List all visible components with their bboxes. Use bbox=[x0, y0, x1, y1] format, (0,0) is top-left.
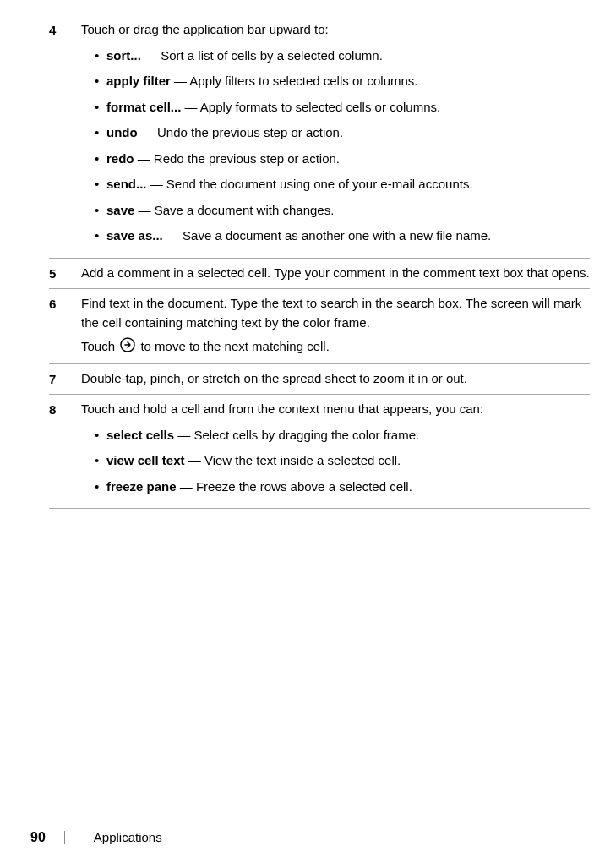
term-desc: — Apply formats to selected cells or col… bbox=[181, 100, 440, 114]
term-desc: — Select cells by dragging the color fra… bbox=[174, 428, 419, 442]
term-desc: — Save a document as another one with a … bbox=[163, 228, 492, 243]
list-item: save as... — Save a document as another … bbox=[96, 227, 590, 246]
step-body: Add a comment in a selected cell. Type y… bbox=[81, 264, 590, 284]
term: format cell... bbox=[106, 100, 181, 114]
section-title: Applications bbox=[94, 828, 162, 848]
step-number: 7 bbox=[49, 369, 81, 390]
list-item: save — Save a document with changes. bbox=[96, 201, 590, 221]
step-text-a: Find text in the document. Type the text… bbox=[81, 294, 590, 332]
list-item: redo — Redo the previous step or action. bbox=[96, 150, 590, 169]
term-desc: — Send the document using one of your e-… bbox=[147, 177, 473, 191]
step-body: Double-tap, pinch, or stretch on the spr… bbox=[81, 369, 590, 390]
term: redo bbox=[106, 151, 134, 166]
term: freeze pane bbox=[106, 479, 177, 494]
text-post: to move to the next matching cell. bbox=[140, 339, 329, 353]
list-item: select cells — Select cells by dragging … bbox=[96, 426, 590, 445]
step-body: Touch and hold a cell and from the conte… bbox=[81, 400, 590, 503]
page-number: 90 bbox=[30, 827, 46, 848]
term-desc: — Redo the previous step or action. bbox=[134, 151, 340, 166]
instruction-row-4: 4 Touch or drag the application bar upwa… bbox=[49, 15, 590, 259]
list-item: format cell... — Apply formats to select… bbox=[96, 98, 590, 117]
text-pre: Touch bbox=[81, 339, 118, 353]
term: select cells bbox=[106, 428, 174, 442]
step-number: 6 bbox=[49, 294, 81, 358]
next-arrow-icon bbox=[120, 337, 135, 358]
instruction-row-5: 5 Add a comment in a selected cell. Type… bbox=[49, 259, 590, 290]
step-text: Add a comment in a selected cell. Type y… bbox=[81, 265, 590, 280]
bullet-list: select cells — Select cells by dragging … bbox=[81, 426, 590, 497]
term: sort... bbox=[106, 48, 141, 63]
step-body: Find text in the document. Type the text… bbox=[81, 294, 590, 358]
footer-divider bbox=[64, 831, 65, 844]
step-intro: Touch or drag the application bar upward… bbox=[81, 20, 590, 40]
term-desc: — Freeze the rows above a selected cell. bbox=[177, 479, 412, 494]
step-intro: Touch and hold a cell and from the conte… bbox=[81, 400, 590, 419]
list-item: send... — Send the document using one of… bbox=[96, 175, 590, 194]
term: save bbox=[106, 203, 134, 217]
step-number: 4 bbox=[49, 20, 81, 253]
list-item: freeze pane — Freeze the rows above a se… bbox=[96, 478, 590, 497]
bullet-list: sort... — Sort a list of cells by a sele… bbox=[81, 46, 590, 246]
step-body: Touch or drag the application bar upward… bbox=[81, 20, 590, 253]
list-item: sort... — Sort a list of cells by a sele… bbox=[96, 46, 590, 66]
term: view cell text bbox=[106, 453, 185, 467]
term-desc: — Save a document with changes. bbox=[134, 203, 334, 217]
term: send... bbox=[106, 177, 147, 191]
instruction-row-6: 6 Find text in the document. Type the te… bbox=[49, 289, 590, 364]
step-text-b: Touch to move to the next matching cell. bbox=[81, 337, 590, 358]
list-item: apply filter — Apply filters to selected… bbox=[96, 72, 590, 91]
instruction-row-7: 7 Double-tap, pinch, or stretch on the s… bbox=[49, 364, 590, 396]
term: save as... bbox=[106, 228, 163, 243]
step-text: Double-tap, pinch, or stretch on the spr… bbox=[81, 371, 467, 385]
term: apply filter bbox=[106, 74, 171, 88]
instruction-row-8: 8 Touch and hold a cell and from the con… bbox=[49, 395, 590, 509]
list-item: view cell text — View the text inside a … bbox=[96, 451, 590, 471]
list-item: undo — Undo the previous step or action. bbox=[96, 123, 590, 143]
step-number: 8 bbox=[49, 400, 81, 503]
page-footer: 90 Applications bbox=[30, 827, 162, 848]
term: undo bbox=[106, 125, 138, 139]
step-number: 5 bbox=[49, 264, 81, 284]
term-desc: — Sort a list of cells by a selected col… bbox=[141, 48, 383, 63]
term-desc: — Apply filters to selected cells or col… bbox=[171, 74, 418, 88]
term-desc: — View the text inside a selected cell. bbox=[185, 453, 401, 467]
term-desc: — Undo the previous step or action. bbox=[138, 125, 343, 139]
